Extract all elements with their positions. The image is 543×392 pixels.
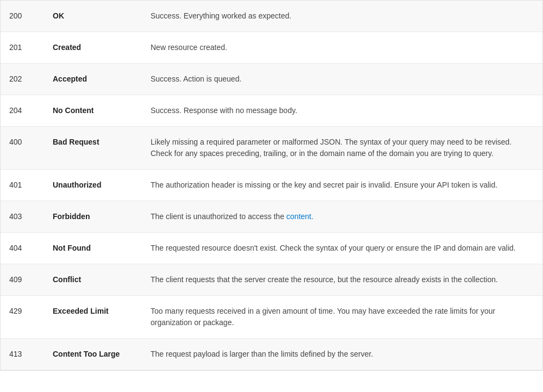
table-row: 409ConflictThe client requests that the … [1,264,542,296]
status-code: 413 [9,349,53,360]
status-code: 429 [9,306,53,328]
status-code: 403 [9,211,53,222]
status-description: Likely missing a required parameter or m… [151,136,534,159]
status-name: Unauthorized [53,179,151,191]
status-code: 404 [9,242,53,254]
table-row: 202AcceptedSuccess. Action is queued. [1,64,542,95]
status-description: Success. Everything worked as expected. [151,10,534,22]
status-code: 409 [9,274,53,285]
status-description: The client is unauthorized to access the… [151,211,534,222]
status-name: Created [53,42,151,53]
table-row: 200OKSuccess. Everything worked as expec… [1,1,542,32]
status-description: Success. Response with no message body. [151,105,534,116]
status-codes-table: 200OKSuccess. Everything worked as expec… [0,0,543,371]
status-description: The requested resource doesn't exist. Ch… [151,242,534,254]
table-row: 403ForbiddenThe client is unauthorized t… [1,201,542,233]
status-code: 202 [9,73,53,85]
status-code: 200 [9,10,53,22]
status-description: The request payload is larger than the l… [151,349,534,360]
status-name: Not Found [53,242,151,254]
status-code: 201 [9,42,53,53]
status-description: The client requests that the server crea… [151,274,534,285]
status-description: The authorization header is missing or t… [151,179,534,191]
status-code: 204 [9,105,53,116]
status-name: Content Too Large [53,349,151,360]
status-name: No Content [53,105,151,116]
table-row: 401UnauthorizedThe authorization header … [1,170,542,201]
status-description: Success. Action is queued. [151,73,534,85]
status-code: 400 [9,136,53,159]
status-name: Forbidden [53,211,151,222]
status-code: 401 [9,179,53,191]
status-name: Exceeded Limit [53,306,151,328]
status-name: OK [53,10,151,22]
status-description: Too many requests received in a given am… [151,306,534,328]
table-row: 429Exceeded LimitToo many requests recei… [1,296,542,339]
table-row: 201CreatedNew resource created. [1,32,542,64]
table-row: 204No ContentSuccess. Response with no m… [1,95,542,127]
table-row: 404Not FoundThe requested resource doesn… [1,233,542,264]
status-description: New resource created. [151,42,534,53]
status-name: Conflict [53,274,151,285]
table-row: 413Content Too LargeThe request payload … [1,339,542,370]
status-name: Bad Request [53,136,151,159]
status-description-link[interactable]: content. [286,212,314,221]
status-name: Accepted [53,73,151,85]
table-row: 400Bad RequestLikely missing a required … [1,127,542,170]
